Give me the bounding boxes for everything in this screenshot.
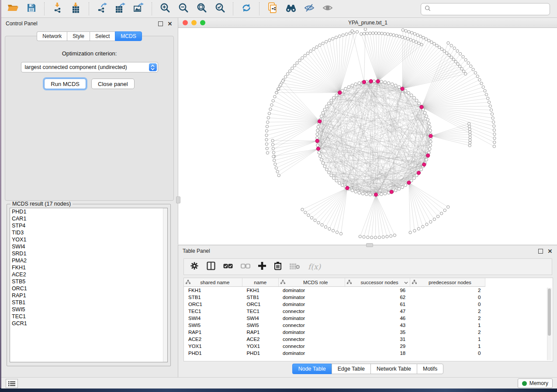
leaf-node[interactable] (476, 75, 479, 78)
mcds-result-item[interactable]: ACE2 (10, 271, 167, 278)
leaf-node[interactable] (309, 50, 312, 52)
table-cell[interactable]: 31 (345, 336, 410, 343)
leaf-node[interactable] (425, 38, 427, 40)
leaf-node[interactable] (281, 79, 284, 82)
ring-node[interactable] (427, 122, 430, 125)
table-cell[interactable]: YOX1 (184, 343, 242, 350)
table-cell[interactable]: ACE2 (242, 336, 278, 343)
leaf-node[interactable] (470, 65, 472, 67)
table-cell[interactable]: RAP1 (242, 329, 278, 336)
leaf-node[interactable] (374, 32, 377, 34)
zoom-window-light[interactable] (200, 20, 205, 25)
leaf-node[interactable] (325, 40, 328, 43)
leaf-node[interactable] (404, 37, 406, 39)
leaf-node[interactable] (382, 236, 384, 238)
mcds-result-item[interactable]: STB5 (10, 278, 167, 285)
leaf-node[interactable] (266, 151, 269, 154)
leaf-node[interactable] (480, 82, 483, 85)
leaf-node[interactable] (298, 59, 301, 62)
mcds-result-item[interactable]: TID3 (10, 229, 167, 236)
leaf-node[interactable] (436, 44, 438, 47)
tab-network[interactable]: Network (37, 31, 67, 41)
ring-node[interactable] (425, 115, 428, 118)
column-header-successor-nodes[interactable]: successor nodes (345, 278, 410, 287)
ring-node[interactable] (425, 158, 428, 161)
leaf-node[interactable] (279, 83, 282, 86)
leaf-node[interactable] (447, 41, 450, 44)
leaf-node[interactable] (407, 38, 409, 40)
export-table-button[interactable] (113, 2, 128, 16)
criterion-select[interactable]: largest connected component (undirected) (21, 62, 158, 72)
table-cell[interactable]: 1 (410, 336, 485, 343)
leaf-node[interactable] (418, 42, 420, 45)
leaf-node[interactable] (360, 33, 363, 35)
leaf-node[interactable] (272, 151, 275, 154)
mcds-hub-node[interactable] (390, 190, 393, 193)
ring-node[interactable] (341, 184, 344, 187)
leaf-node[interactable] (291, 67, 294, 69)
leaf-node[interactable] (408, 31, 410, 33)
leaf-node[interactable] (409, 38, 412, 41)
import-table-button[interactable] (69, 2, 83, 16)
table-cell[interactable]: 43 (345, 322, 410, 329)
leaf-node[interactable] (467, 122, 470, 125)
leaf-node[interactable] (304, 211, 307, 214)
ring-node[interactable] (428, 125, 431, 128)
leaf-node[interactable] (462, 70, 465, 72)
leaf-node[interactable] (315, 46, 318, 48)
run-mcds-button[interactable]: Run MCDS (44, 79, 86, 89)
table-row[interactable]: PHD1PHD1dominator180 (184, 350, 485, 357)
table-row[interactable]: ACE2ACE2connector311 (184, 336, 485, 343)
leaf-node[interactable] (482, 86, 484, 88)
leaf-node[interactable] (392, 34, 395, 36)
leaf-node[interactable] (469, 139, 471, 141)
table-cell[interactable]: dominator (278, 315, 345, 322)
leaf-node[interactable] (349, 32, 351, 34)
mcds-result-item[interactable]: GCR1 (10, 320, 167, 327)
vertical-splitter-handle[interactable] (176, 196, 180, 203)
zoom-fit-button[interactable] (194, 2, 209, 16)
ring-node[interactable] (330, 99, 333, 102)
save-session-button[interactable] (24, 2, 39, 16)
leaf-node[interactable] (272, 147, 274, 150)
task-history-button[interactable] (6, 379, 18, 388)
tab-mcds[interactable]: MCDS (115, 31, 142, 41)
clone-network-button[interactable] (265, 2, 280, 16)
ring-node[interactable] (358, 191, 361, 194)
leaf-node[interactable] (468, 125, 471, 128)
mcds-hub-node[interactable] (401, 87, 404, 90)
ring-node[interactable] (347, 86, 350, 89)
leaf-node[interactable] (413, 32, 416, 35)
mcds-result-item[interactable]: STB1 (10, 299, 167, 306)
table-row[interactable]: ORC1ORC1dominator610 (184, 301, 485, 308)
leaf-node[interactable] (317, 221, 320, 224)
column-header-shared-name[interactable]: shared name (184, 278, 242, 287)
table-cell[interactable]: TEC1 (242, 308, 278, 315)
ring-node[interactable] (429, 144, 432, 147)
mcds-result-item[interactable]: SWI4 (10, 243, 167, 250)
table-cell[interactable]: RAP1 (184, 329, 242, 336)
leaf-node[interactable] (273, 95, 276, 98)
ring-node[interactable] (369, 193, 372, 196)
table-cell[interactable]: connector (278, 336, 345, 343)
ring-node[interactable] (413, 177, 416, 180)
table-row[interactable]: YOX1YOX1connector291 (184, 343, 485, 350)
leaf-node[interactable] (433, 42, 436, 45)
leaf-node[interactable] (401, 36, 404, 38)
mcds-hub-node[interactable] (315, 139, 319, 143)
leaf-node[interactable] (335, 36, 337, 39)
tab-style[interactable]: Style (67, 31, 90, 41)
ring-node[interactable] (420, 168, 423, 171)
ring-node[interactable] (384, 81, 387, 84)
table-cell[interactable]: SWI4 (184, 315, 242, 322)
leaf-node[interactable] (409, 231, 412, 234)
leaf-node[interactable] (364, 28, 367, 31)
leaf-node[interactable] (454, 60, 457, 63)
leaf-node[interactable] (271, 143, 274, 146)
leaf-node[interactable] (324, 226, 327, 228)
table-cell[interactable]: 2 (410, 308, 485, 315)
ring-node[interactable] (380, 193, 383, 196)
leaf-node[interactable] (419, 35, 422, 38)
ring-node[interactable] (332, 177, 336, 180)
ring-node[interactable] (407, 92, 410, 95)
